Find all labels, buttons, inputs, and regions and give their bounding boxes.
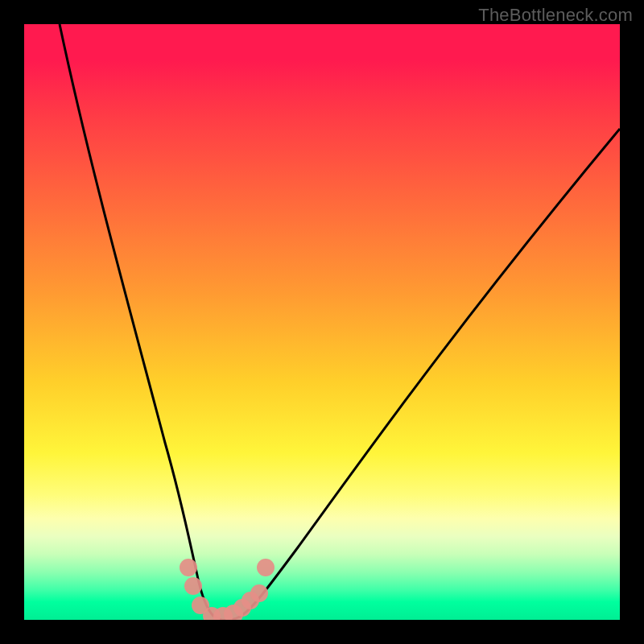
chart-frame: TheBottleneck.com bbox=[0, 0, 644, 644]
marker bbox=[257, 559, 275, 576]
marker bbox=[180, 559, 197, 576]
watermark-text: TheBottleneck.com bbox=[478, 5, 633, 26]
curve-layer bbox=[24, 24, 620, 620]
bottleneck-curve bbox=[60, 24, 620, 620]
marker bbox=[250, 584, 268, 602]
plot-area bbox=[24, 24, 620, 620]
marker-group bbox=[180, 559, 275, 620]
marker bbox=[184, 577, 202, 595]
